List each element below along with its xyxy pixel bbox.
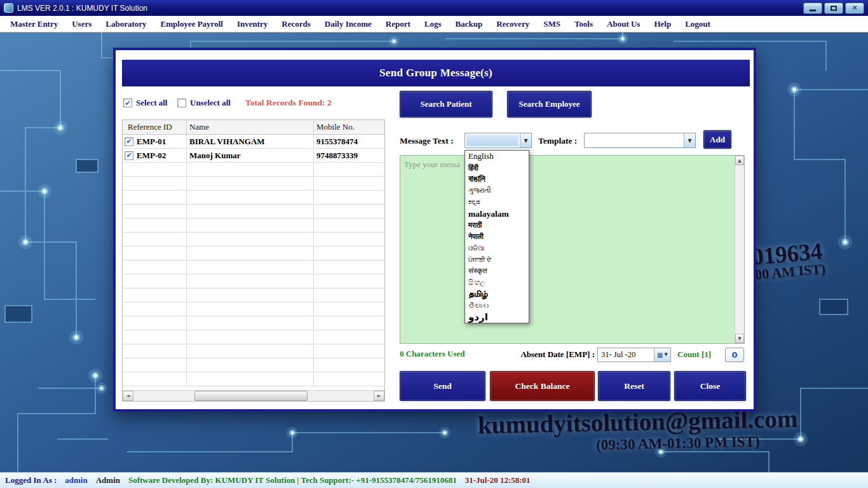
check-balance-button[interactable]: Check Balance <box>490 371 595 401</box>
menu-item-help[interactable]: Help <box>654 19 671 29</box>
check-icon: ✔ <box>126 138 132 145</box>
calendar-icon: ▦ <box>657 352 663 358</box>
add-template-button[interactable]: Add <box>703 130 731 149</box>
reference-id-value: EMP-01 <box>137 137 166 147</box>
language-option[interactable]: ਪੰਜਾਬੀ ਦੇ <box>465 254 529 266</box>
menu-item-logs[interactable]: Logs <box>424 19 442 29</box>
language-option[interactable]: ଓଡିଆ <box>465 243 529 254</box>
table-cell: Manoj Kumar <box>187 149 314 162</box>
language-option[interactable]: English <box>465 151 529 162</box>
template-select[interactable]: ▼ <box>584 133 696 148</box>
send-button[interactable]: Send <box>400 371 485 401</box>
table-cell <box>314 233 384 246</box>
language-option[interactable]: मराठी <box>465 220 529 231</box>
table-cell <box>123 247 187 260</box>
menu-item-report[interactable]: Report <box>386 19 410 29</box>
menu-item-sms[interactable]: SMS <box>543 19 560 29</box>
chevron-down-icon[interactable]: ▼ <box>520 133 531 147</box>
table-row-empty <box>123 330 384 344</box>
table-cell <box>314 288 384 302</box>
vertical-scrollbar[interactable]: ▲ ▼ <box>735 156 744 343</box>
table-cell <box>314 247 384 260</box>
menu-item-backup[interactable]: Backup <box>456 19 483 29</box>
app-icon <box>4 3 13 13</box>
date-dropdown-button[interactable]: ▦ ▼ <box>654 348 670 362</box>
table-header-row: Reference ID Name Mobile No. <box>123 120 384 135</box>
language-option[interactable]: বাঙালি <box>465 173 529 185</box>
table-row-empty <box>123 219 384 233</box>
language-option[interactable]: हिंदी <box>465 162 529 173</box>
table-row[interactable]: ✔EMP-01BIRAL VIHANGAM9155378474 <box>123 135 384 149</box>
table-cell <box>123 219 187 232</box>
close-dialog-button[interactable]: Close <box>674 371 746 401</box>
table-row[interactable]: ✔EMP-02Manoj Kumar9748873339 <box>123 149 384 163</box>
info-button[interactable]: 0 <box>725 348 744 362</box>
scrollbar-thumb[interactable] <box>194 391 308 401</box>
reference-id-value: EMP-02 <box>137 151 166 161</box>
selected-template-value <box>586 135 682 146</box>
table-cell <box>314 205 384 218</box>
maximize-icon <box>831 6 837 11</box>
table-row-empty <box>123 288 384 302</box>
menu-item-employee-payroll[interactable]: Employee Payroll <box>161 19 223 29</box>
scroll-down-icon[interactable]: ▼ <box>735 334 744 343</box>
menu-item-about-us[interactable]: About Us <box>607 19 640 29</box>
logged-in-role: Admin <box>96 475 120 485</box>
language-option[interactable]: नेपाली <box>465 231 529 243</box>
horizontal-scrollbar[interactable]: ◄ ► <box>123 390 384 401</box>
language-option[interactable]: ગુજરાતી <box>465 185 529 196</box>
scroll-left-icon[interactable]: ◄ <box>123 391 133 401</box>
search-patient-button[interactable]: Search Patient <box>400 91 492 118</box>
language-option[interactable]: ಕನ್ನಡ <box>465 196 529 208</box>
table-cell <box>123 274 187 288</box>
message-language-select[interactable]: ▼ <box>465 133 532 148</box>
language-option[interactable]: malayalam <box>465 208 529 219</box>
table-cell <box>187 233 314 246</box>
scroll-right-icon[interactable]: ► <box>374 391 384 401</box>
language-option[interactable]: اردو <box>465 311 529 323</box>
menu-item-records[interactable]: Records <box>281 19 311 29</box>
row-checkbox[interactable]: ✔ <box>125 151 133 160</box>
language-option[interactable]: తెలుగు <box>465 300 529 311</box>
menu-item-laboratory[interactable]: Laboratory <box>105 19 146 29</box>
language-option[interactable]: தமிழ் <box>465 288 529 300</box>
scrollbar-track[interactable] <box>133 391 374 401</box>
table-cell <box>314 330 384 344</box>
check-icon: ✔ <box>125 100 130 107</box>
table-cell <box>314 163 384 176</box>
select-all-label: Select all <box>136 98 167 108</box>
table-cell <box>123 288 187 302</box>
language-option[interactable]: संस्कृत <box>465 266 529 277</box>
table-cell <box>314 302 384 316</box>
menu-item-tools[interactable]: Tools <box>574 19 593 29</box>
row-checkbox[interactable]: ✔ <box>125 137 133 146</box>
select-all-checkbox[interactable]: ✔ <box>123 98 132 107</box>
table-row-empty <box>123 177 384 191</box>
unselect-all-checkbox[interactable]: ✔ <box>177 98 186 107</box>
table-cell <box>314 344 384 358</box>
minimize-button[interactable] <box>803 3 822 14</box>
menu-item-inventry[interactable]: Inventry <box>237 19 268 29</box>
status-bar: Logged In As : admin Admin Software Deve… <box>0 472 868 488</box>
absent-date-picker[interactable]: 31- Jul -20 ▦ ▼ <box>597 348 671 362</box>
menu-item-master-entry[interactable]: Master Entry <box>10 19 58 29</box>
developer-info: Software Developed By: KUMUDY IT Solutio… <box>128 475 457 485</box>
menu-bar: Master EntryUsersLaboratoryEmployee Payr… <box>0 16 868 32</box>
application-window: LMS VER 2.0.1 : KUMUDY IT Solution ✕ Mas… <box>0 0 868 488</box>
menu-item-logout[interactable]: Logout <box>685 19 710 29</box>
menu-item-users[interactable]: Users <box>72 19 92 29</box>
chevron-down-icon[interactable]: ▼ <box>684 133 695 147</box>
menu-item-daily-income[interactable]: Daily Income <box>325 19 372 29</box>
search-employee-button[interactable]: Search Employee <box>507 91 592 118</box>
background-hours-text: (09:30 AM-01:30 PM IST) <box>596 433 760 453</box>
table-header-mobile: Mobile No. <box>314 120 384 134</box>
scroll-up-icon[interactable]: ▲ <box>735 156 744 165</box>
total-records-label: Total Records Found: 2 <box>245 98 332 108</box>
language-option[interactable]: සිංහල <box>465 277 529 288</box>
message-textarea[interactable]: Type your messa ▲ ▼ <box>400 155 745 344</box>
maximize-button[interactable] <box>824 3 843 14</box>
scrollbar-track[interactable] <box>735 165 744 334</box>
close-button[interactable]: ✕ <box>845 3 864 14</box>
reset-button[interactable]: Reset <box>598 371 670 401</box>
menu-item-recovery[interactable]: Recovery <box>496 19 529 29</box>
